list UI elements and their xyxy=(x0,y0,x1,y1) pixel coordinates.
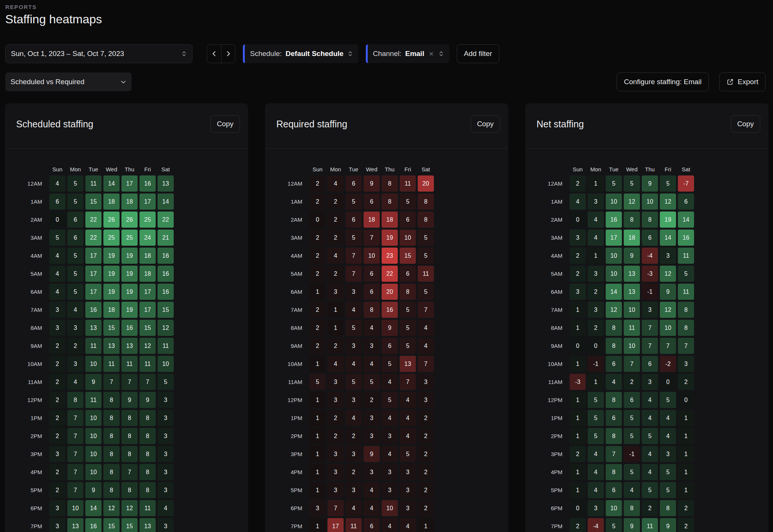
heatmap-cell: 25 xyxy=(121,230,138,246)
heatmap-cell: 8 xyxy=(103,428,120,444)
heatmap-cell: 1 xyxy=(678,482,694,498)
heatmap-cell: 13 xyxy=(103,338,120,354)
channel-filter-chip[interactable]: Channel: Email ✕ xyxy=(366,44,449,63)
heatmap-cell: 4 xyxy=(606,374,622,390)
hour-label: 11AM xyxy=(8,374,47,390)
heatmap-cell: 3 xyxy=(382,428,398,444)
heatmap-cell: 2 xyxy=(309,266,326,282)
heatmap-cell: 17 xyxy=(139,302,156,318)
hour-label: 3AM xyxy=(8,230,47,246)
heatmap-cell: 2 xyxy=(364,392,380,408)
heatmap-cell: 18 xyxy=(624,230,640,246)
heatmap-cell: 5 xyxy=(588,410,604,426)
day-label: Thu xyxy=(382,166,398,174)
heatmap-cell: 3 xyxy=(382,464,398,480)
heatmap-cell: 11 xyxy=(85,175,102,192)
view-mode-value: Scheduled vs Required xyxy=(11,78,84,86)
copy-button[interactable]: Copy xyxy=(731,115,760,133)
heatmap-cell: 12 xyxy=(121,500,138,516)
heatmap-cell: 13 xyxy=(139,518,156,532)
heatmap-cell: 8 xyxy=(606,464,622,480)
configure-staffing-button[interactable]: Configure staffing: Email xyxy=(617,73,709,91)
heatmap-cell: 9 xyxy=(624,248,640,264)
updown-chevron-icon xyxy=(438,50,444,57)
date-range-value: Sun, Oct 1, 2023 – Sat, Oct 7, 2023 xyxy=(11,50,124,58)
heatmap-cell: 5 xyxy=(678,266,694,282)
heatmap-cell: 7 xyxy=(364,230,380,246)
hour-label: 12PM xyxy=(8,392,47,408)
heatmap-cell: 4 xyxy=(588,482,604,498)
hour-label: 2PM xyxy=(268,428,308,444)
heatmap-cell: 7 xyxy=(606,446,622,462)
heatmap-cell: 6 xyxy=(67,230,83,246)
heatmap-cell: 3 xyxy=(642,374,658,390)
heatmap-cell: 3 xyxy=(327,446,344,462)
filter-bar: Sun, Oct 1, 2023 – Sat, Oct 7, 2023 xyxy=(0,44,773,63)
heatmap-cell: 7 xyxy=(642,320,658,336)
required-staffing-heatmap: SunMonTueWedThuFriSat12AM2469811201AM225… xyxy=(265,149,508,532)
heatmap-cell: 3 xyxy=(364,338,380,354)
heatmap-cell: 7 xyxy=(103,374,120,390)
heatmap-cell: 8 xyxy=(606,392,622,408)
heatmap-cell: -1 xyxy=(624,446,640,462)
date-range-select[interactable]: Sun, Oct 1, 2023 – Sat, Oct 7, 2023 xyxy=(5,44,192,63)
heatmap-cell: 8 xyxy=(103,410,120,426)
hour-label: 1AM xyxy=(528,193,568,210)
hour-label: 9AM xyxy=(528,338,568,354)
day-label: Wed xyxy=(364,166,380,174)
heatmap-cell: -3 xyxy=(642,266,658,282)
updown-chevron-icon xyxy=(181,50,187,57)
remove-channel-filter-icon[interactable]: ✕ xyxy=(428,50,434,57)
heatmap-cell: 24 xyxy=(139,230,156,246)
copy-button[interactable]: Copy xyxy=(211,115,240,133)
next-week-button[interactable] xyxy=(221,45,235,63)
heatmap-cell: 7 xyxy=(624,356,640,372)
hour-label: 7PM xyxy=(8,518,47,532)
heatmap-cell: 2 xyxy=(49,428,65,444)
heatmap-cell: 11 xyxy=(418,266,434,282)
heatmap-cell: 4 xyxy=(588,464,604,480)
day-label: Wed xyxy=(103,166,120,174)
heatmap-corner xyxy=(528,164,568,174)
export-button[interactable]: Export xyxy=(719,73,765,91)
hour-label: 1AM xyxy=(8,193,47,210)
heatmap-cell: 5 xyxy=(346,374,362,390)
heatmap-cell: 7 xyxy=(642,338,658,354)
toolbar: Scheduled vs Required Configure staffing… xyxy=(0,73,773,91)
schedule-filter-chip[interactable]: Schedule: Default Schedule xyxy=(243,44,358,63)
hour-label: 7PM xyxy=(528,518,568,532)
prev-week-button[interactable] xyxy=(207,45,221,63)
heatmap-cell: 19 xyxy=(103,284,120,300)
heatmap-cell: 2 xyxy=(49,464,65,480)
copy-button[interactable]: Copy xyxy=(471,115,500,133)
heatmap-cell: 2 xyxy=(327,230,344,246)
heatmap-cell: 4 xyxy=(382,410,398,426)
day-label: Tue xyxy=(85,166,102,174)
heatmap-cell: 9 xyxy=(660,518,676,532)
day-label: Sat xyxy=(678,166,694,174)
day-label: Thu xyxy=(642,166,658,174)
hour-label: 1AM xyxy=(268,193,308,210)
add-filter-button[interactable]: Add filter xyxy=(457,44,499,63)
heatmap-cell: 5 xyxy=(309,374,326,390)
heatmap-cell: 6 xyxy=(606,482,622,498)
heatmap-cell: 3 xyxy=(158,446,174,462)
heatmap-cell: 10 xyxy=(400,230,416,246)
heatmap-cell: 1 xyxy=(588,374,604,390)
heatmap-cell: 25 xyxy=(103,230,120,246)
heatmap-cell: 1 xyxy=(678,446,694,462)
heatmap-cell: 3 xyxy=(346,392,362,408)
heatmap-cell: 3 xyxy=(400,500,416,516)
heatmap-cell: -3 xyxy=(570,374,586,390)
heatmap-cell: 2 xyxy=(588,284,604,300)
heatmap-cell: 5 xyxy=(346,320,362,336)
heatmap-cell: 5 xyxy=(660,482,676,498)
heatmap-cell: 6 xyxy=(642,230,658,246)
heatmap-cell: 6 xyxy=(606,356,622,372)
heatmap-cell: 5 xyxy=(606,175,622,192)
hour-label: 7AM xyxy=(528,302,568,318)
heatmap-cell: 3 xyxy=(588,302,604,318)
heatmap-cell: 6 xyxy=(678,193,694,210)
view-mode-select[interactable]: Scheduled vs Required xyxy=(5,73,132,91)
heatmap-cell: 2 xyxy=(309,320,326,336)
